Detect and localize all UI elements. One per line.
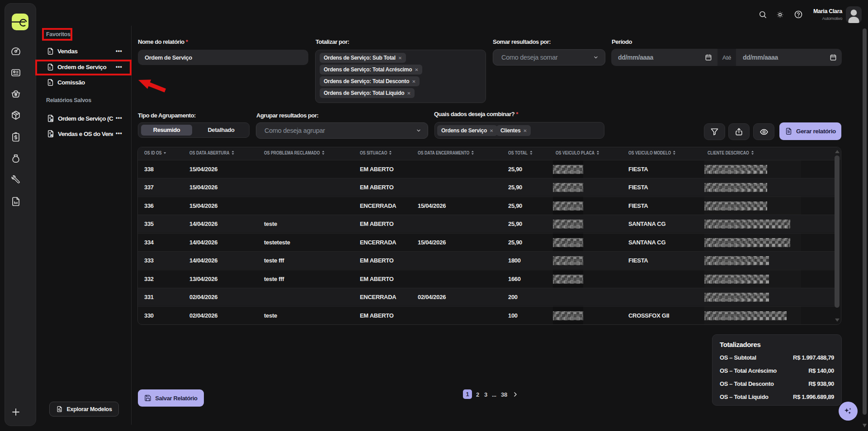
svg-text:AI: AI [50,134,53,137]
svg-text:AI: AI [50,118,53,122]
